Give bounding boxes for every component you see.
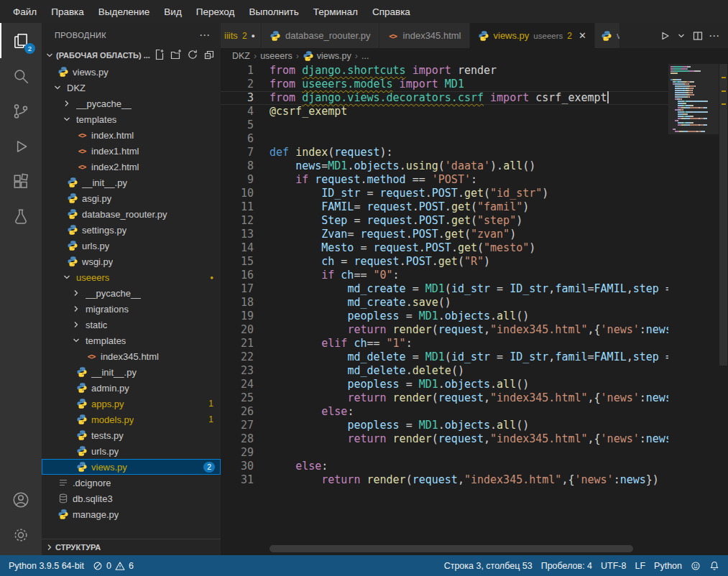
tree-item-templates[interactable]: templates bbox=[42, 333, 221, 348]
code-line-5[interactable]: 5 bbox=[221, 119, 668, 132]
status-indentation[interactable]: Пробелов: 4 bbox=[537, 555, 596, 576]
code-line-20[interactable]: 20 return render(request,"index345.html"… bbox=[221, 323, 668, 337]
run-button[interactable] bbox=[658, 29, 672, 43]
code-line-21[interactable]: 21 elif ch== "1": bbox=[221, 337, 668, 350]
split-editor-button[interactable] bbox=[691, 29, 705, 43]
tab-views-py[interactable]: views.pyuseeers2✕ bbox=[470, 23, 595, 48]
code-line-7[interactable]: 7def index(request): bbox=[221, 146, 668, 159]
tree-item-apps-py[interactable]: apps.py1 bbox=[42, 396, 221, 412]
menu-item[interactable]: Выделение bbox=[91, 3, 157, 21]
code-line-6[interactable]: 6 bbox=[221, 132, 668, 146]
code-line-30[interactable]: 30 else: bbox=[221, 460, 668, 473]
vertical-scrollbar[interactable] bbox=[719, 64, 728, 555]
code-line-12[interactable]: 12 Step = request.POST.get("step") bbox=[221, 214, 668, 228]
code-line-29[interactable]: 29 bbox=[221, 446, 668, 460]
menu-item[interactable]: Правка bbox=[44, 3, 91, 21]
menu-item[interactable]: Файл bbox=[6, 3, 44, 21]
tree-item-tests-py[interactable]: tests.py bbox=[42, 427, 221, 443]
code-line-17[interactable]: 17 md_create = MD1(id_str = ID_str,famil… bbox=[221, 282, 668, 296]
code-line-2[interactable]: 2from useeers.models import MD1 bbox=[221, 78, 668, 91]
code-line-9[interactable]: 9 if request.method == 'POST': bbox=[221, 173, 668, 187]
more-actions-button[interactable]: ⋯ bbox=[707, 28, 722, 44]
code-line-28[interactable]: 28 return render(request,"index345.html"… bbox=[221, 432, 668, 446]
horizontal-scrollbar-thumb[interactable] bbox=[269, 545, 633, 552]
activitybar-explorer[interactable]: 2 bbox=[0, 23, 42, 58]
activitybar-source-control[interactable] bbox=[0, 93, 42, 129]
code-line-26[interactable]: 26 else: bbox=[221, 405, 668, 419]
activitybar-search[interactable] bbox=[0, 58, 42, 93]
menu-item[interactable]: Выполнить bbox=[241, 3, 305, 21]
breadcrumb-item-item[interactable]: ... bbox=[361, 51, 369, 61]
breadcrumb-item-views-py[interactable]: views.py bbox=[303, 50, 351, 62]
code-line-25[interactable]: 25 return render(request,"index345.html"… bbox=[221, 391, 668, 405]
tree-item-index2-html[interactable]: <>index2.html bbox=[42, 159, 221, 175]
minimap[interactable] bbox=[668, 64, 719, 555]
tree-item-index345-html[interactable]: <>index345.html bbox=[42, 348, 221, 364]
status-encoding[interactable]: UTF-8 bbox=[596, 555, 630, 576]
tree-item-index1-html[interactable]: <>index1.html bbox=[42, 143, 221, 159]
vertical-scrollbar-thumb[interactable] bbox=[719, 64, 727, 366]
code-line-14[interactable]: 14 Mesto = request.POST.get("mesto") bbox=[221, 241, 668, 255]
code-line-3[interactable]: 3from django.views.decorators.csrf impor… bbox=[221, 91, 668, 105]
tree-item-database-roouter-py[interactable]: database_roouter.py bbox=[42, 206, 221, 222]
code-line-11[interactable]: 11 FAMIL= request.POST.get("famil") bbox=[221, 200, 668, 214]
tree-item-static[interactable]: static bbox=[42, 317, 221, 333]
tab-index345-html[interactable]: <>index345.html bbox=[379, 23, 470, 48]
code-line-23[interactable]: 23 md_delete.delete() bbox=[221, 364, 668, 378]
tree-item-wsgi-py[interactable]: wsgi.py bbox=[42, 254, 221, 269]
tree-item-views-py[interactable]: views.py bbox=[42, 64, 221, 80]
run-dropdown[interactable] bbox=[674, 29, 688, 43]
tree-item-manage-py[interactable]: manage.py bbox=[42, 506, 221, 522]
status-feedback[interactable] bbox=[686, 555, 705, 576]
menu-item[interactable]: Терминал bbox=[306, 3, 365, 21]
workspace-section-header[interactable]: (РАБОЧАЯ ОБЛАСТЬ) ... bbox=[42, 47, 221, 64]
tab-vi[interactable]: vi bbox=[595, 23, 620, 48]
status-language-mode[interactable]: Python bbox=[650, 555, 686, 576]
workspace-action-collapse-all[interactable] bbox=[203, 49, 215, 62]
code-area[interactable]: 1from django.shortcuts import render2fro… bbox=[221, 64, 668, 555]
code-line-15[interactable]: 15 ch = request.POST.get("R") bbox=[221, 255, 668, 269]
code-line-1[interactable]: 1from django.shortcuts import render bbox=[221, 64, 668, 78]
tree-item-urls-py[interactable]: urls.py bbox=[42, 443, 221, 459]
close-icon[interactable]: ✕ bbox=[579, 30, 586, 41]
activitybar-settings[interactable] bbox=[0, 517, 42, 552]
code-line-8[interactable]: 8 news=MD1.objects.using('daata').all() bbox=[221, 159, 668, 173]
status-python-interpreter[interactable]: Python 3.9.5 64-bit bbox=[4, 555, 88, 576]
breadcrumb[interactable]: DKZ›useeers›views.py›... bbox=[221, 48, 728, 64]
tree-item-urls-py[interactable]: urls.py bbox=[42, 238, 221, 254]
menu-item[interactable]: Вид bbox=[157, 3, 188, 21]
tree-item-dkz[interactable]: DKZ bbox=[42, 80, 221, 96]
code-line-13[interactable]: 13 Zvan= request.POST.get("zvan") bbox=[221, 228, 668, 241]
status-notifications[interactable] bbox=[705, 555, 724, 576]
horizontal-scrollbar[interactable] bbox=[269, 545, 656, 552]
tree-item-pycache[interactable]: __pycache__ bbox=[42, 285, 221, 301]
tree-item-useeers[interactable]: useeers● bbox=[42, 269, 221, 285]
tree-item-pycache[interactable]: __pycache__ bbox=[42, 96, 221, 111]
breadcrumb-item-useeers[interactable]: useeers bbox=[260, 51, 292, 61]
activitybar-testing[interactable] bbox=[0, 199, 42, 234]
status-cursor-position[interactable]: Строка 3, столбец 53 bbox=[440, 555, 537, 576]
outline-section-header[interactable]: СТРУКТУРА bbox=[42, 539, 221, 555]
tree-item-templates[interactable]: templates bbox=[42, 111, 221, 127]
menu-item[interactable]: Справка bbox=[365, 3, 418, 21]
activitybar-account[interactable] bbox=[0, 482, 42, 517]
tree-item-settings-py[interactable]: settings.py bbox=[42, 222, 221, 238]
code-line-4[interactable]: 4@csrf_exempt bbox=[221, 105, 668, 119]
activitybar-extensions[interactable] bbox=[0, 164, 42, 199]
tree-item-dcignore[interactable]: .dcignore bbox=[42, 475, 221, 491]
activitybar-run[interactable] bbox=[0, 129, 42, 164]
tree-item-admin-py[interactable]: admin.py bbox=[42, 380, 221, 396]
tab-database-roouter-py[interactable]: database_roouter.py bbox=[262, 23, 379, 48]
code-line-16[interactable]: 16 if ch== "0": bbox=[221, 269, 668, 282]
tree-item-init-py[interactable]: __init__.py bbox=[42, 364, 221, 380]
tree-item-models-py[interactable]: models.py1 bbox=[42, 412, 221, 427]
tree-item-init-py[interactable]: __init__.py bbox=[42, 175, 221, 190]
code-line-18[interactable]: 18 md_create.save() bbox=[221, 296, 668, 310]
code-line-22[interactable]: 22 md_delete = MD1(id_str = ID_str,famil… bbox=[221, 350, 668, 364]
tab-iiits[interactable]: iiits2● bbox=[221, 23, 262, 48]
workspace-action-refresh[interactable] bbox=[187, 49, 198, 62]
menu-item[interactable]: Переход bbox=[189, 3, 242, 21]
breadcrumb-item-dkz[interactable]: DKZ bbox=[232, 51, 250, 61]
status-problems[interactable]: 06 bbox=[88, 555, 138, 576]
code-line-24[interactable]: 24 peopless = MD1.objects.all() bbox=[221, 378, 668, 391]
